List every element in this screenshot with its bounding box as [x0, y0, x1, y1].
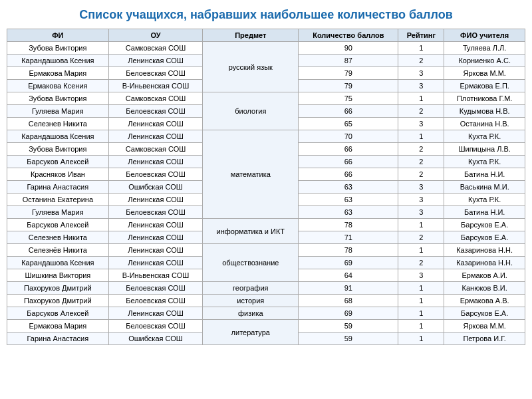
cell-subject: биология	[203, 92, 299, 130]
cell-ou: Ленинская СОШ	[108, 194, 203, 206]
cell-fi: Барсуков Алексей	[7, 156, 109, 168]
cell-rating: 2	[398, 55, 444, 67]
cell-ou: Белоевская СОШ	[108, 295, 203, 307]
cell-fi: Зубова Виктория	[7, 143, 109, 156]
cell-bally: 65	[299, 118, 398, 130]
cell-fi: Карандашова Ксения	[7, 257, 109, 269]
cell-ou: В-Иньвенская СОШ	[108, 269, 203, 282]
cell-bally: 63	[299, 194, 398, 206]
cell-teacher: Ермакова А.В.	[444, 295, 525, 307]
cell-ou: Ленинская СОШ	[108, 231, 203, 244]
cell-fi: Шишкина Виктория	[7, 269, 109, 282]
cell-bally: 79	[299, 80, 398, 92]
cell-fi: Селезнев Никита	[7, 231, 109, 244]
cell-bally: 63	[299, 181, 398, 194]
cell-rating: 3	[398, 181, 444, 194]
cell-ou: Ленинская СОШ	[108, 156, 203, 168]
cell-rating: 1	[398, 307, 444, 320]
header-fi: ФИ	[7, 29, 109, 42]
table-row: Селезнёв НикитаЛенинская СОШобществознан…	[7, 244, 525, 257]
cell-teacher: Казаринова Н.Н.	[444, 257, 525, 269]
cell-fi: Гуляева Мария	[7, 206, 109, 219]
cell-bally: 78	[299, 219, 398, 231]
table-wrapper: ФИ ОУ Предмет Количество баллов Рейтинг …	[0, 29, 532, 352]
students-table: ФИ ОУ Предмет Количество баллов Рейтинг …	[7, 29, 525, 345]
cell-fi: Красняков Иван	[7, 168, 109, 181]
cell-teacher: Останина Н.В.	[444, 118, 525, 130]
header-rating: Рейтинг	[398, 29, 444, 42]
cell-fi: Барсуков Алексей	[7, 307, 109, 320]
cell-ou: В-Иньвенская СОШ	[108, 80, 203, 92]
cell-bally: 66	[299, 143, 398, 156]
cell-rating: 3	[398, 194, 444, 206]
cell-subject: русский язык	[203, 42, 299, 92]
cell-fi: Ермакова Мария	[7, 67, 109, 80]
cell-ou: Белоевская СОШ	[108, 168, 203, 181]
cell-subject: география	[203, 282, 299, 295]
cell-rating: 1	[398, 282, 444, 295]
cell-teacher: Корниенко А.С.	[444, 55, 525, 67]
cell-rating: 1	[398, 130, 444, 143]
cell-ou: Белоевская СОШ	[108, 320, 203, 332]
table-row: Пахоруков ДмитрийБелоевская СОШгеография…	[7, 282, 525, 295]
cell-bally: 75	[299, 92, 398, 105]
cell-rating: 3	[398, 118, 444, 130]
cell-rating: 1	[398, 244, 444, 257]
cell-rating: 2	[398, 168, 444, 181]
cell-bally: 68	[299, 295, 398, 307]
cell-teacher: Казаринова Н.Н.	[444, 244, 525, 257]
cell-teacher: Яркова М.М.	[444, 67, 525, 80]
cell-teacher: Плотникова Г.М.	[444, 92, 525, 105]
cell-fi: Гуляева Мария	[7, 105, 109, 118]
cell-bally: 69	[299, 307, 398, 320]
cell-ou: Белоевская СОШ	[108, 67, 203, 80]
cell-subject: обществознание	[203, 244, 299, 282]
cell-rating: 1	[398, 332, 444, 345]
cell-rating: 3	[398, 269, 444, 282]
cell-rating: 3	[398, 80, 444, 92]
cell-bally: 66	[299, 168, 398, 181]
cell-rating: 1	[398, 320, 444, 332]
cell-fi: Зубова Виктория	[7, 92, 109, 105]
cell-bally: 66	[299, 156, 398, 168]
cell-ou: Ленинская СОШ	[108, 307, 203, 320]
cell-rating: 2	[398, 231, 444, 244]
cell-ou: Ленинская СОШ	[108, 219, 203, 231]
cell-rating: 1	[398, 42, 444, 55]
cell-fi: Останина Екатерина	[7, 194, 109, 206]
cell-bally: 78	[299, 244, 398, 257]
cell-ou: Ленинская СОШ	[108, 244, 203, 257]
cell-rating: 3	[398, 206, 444, 219]
cell-teacher: Кухта Р.К.	[444, 130, 525, 143]
cell-bally: 87	[299, 55, 398, 67]
cell-bally: 59	[299, 332, 398, 345]
cell-fi: Пахоруков Дмитрий	[7, 282, 109, 295]
cell-rating: 1	[398, 219, 444, 231]
cell-bally: 66	[299, 105, 398, 118]
cell-rating: 2	[398, 257, 444, 269]
cell-rating: 3	[398, 67, 444, 80]
table-row: Пахоруков ДмитрийБелоевская СОШистория68…	[7, 295, 525, 307]
cell-fi: Карандашова Ксения	[7, 55, 109, 67]
cell-rating: 1	[398, 295, 444, 307]
cell-subject: физика	[203, 307, 299, 320]
cell-ou: Ленинская СОШ	[108, 55, 203, 67]
cell-fi: Барсуков Алексей	[7, 219, 109, 231]
cell-ou: Самковская СОШ	[108, 92, 203, 105]
table-row: Ермакова МарияБелоевская СОШлитература59…	[7, 320, 525, 332]
cell-fi: Карандашова Ксения	[7, 130, 109, 143]
header-row: ФИ ОУ Предмет Количество баллов Рейтинг …	[7, 29, 525, 42]
cell-teacher: Васькина М.И.	[444, 181, 525, 194]
cell-bally: 59	[299, 320, 398, 332]
cell-ou: Самковская СОШ	[108, 143, 203, 156]
cell-rating: 1	[398, 92, 444, 105]
cell-ou: Белоевская СОШ	[108, 105, 203, 118]
table-row: Зубова ВикторияСамковская СОШбиология751…	[7, 92, 525, 105]
cell-fi: Ермакова Ксения	[7, 80, 109, 92]
cell-teacher: Туляева Л.Л.	[444, 42, 525, 55]
header-predmet: Предмет	[203, 29, 299, 42]
cell-ou: Ленинская СОШ	[108, 118, 203, 130]
cell-subject: литература	[203, 320, 299, 345]
cell-bally: 63	[299, 206, 398, 219]
cell-ou: Ошибская СОШ	[108, 332, 203, 345]
